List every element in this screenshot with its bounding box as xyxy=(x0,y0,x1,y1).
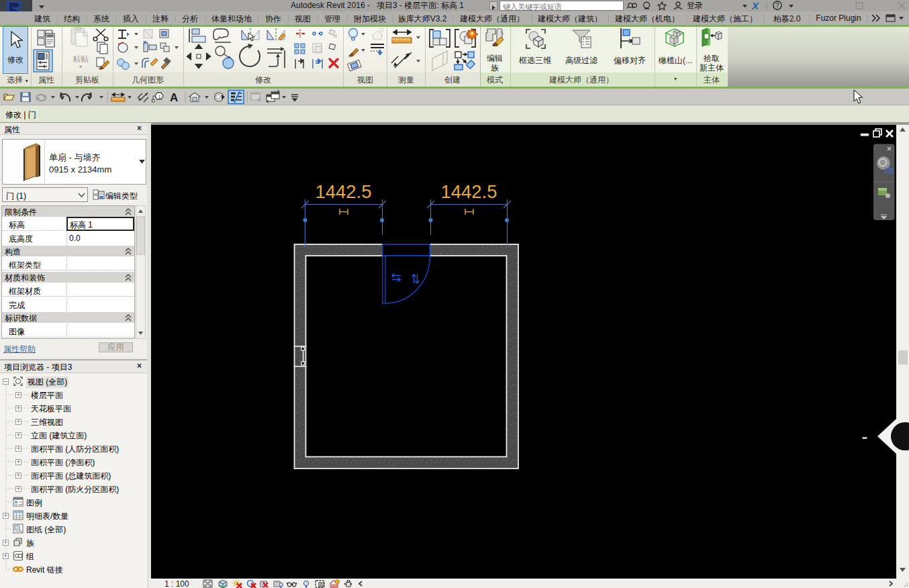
svg-text:登录: 登录 xyxy=(687,1,703,10)
svg-text:1 : 100: 1 : 100 xyxy=(164,579,189,588)
svg-text:1442.5: 1442.5 xyxy=(315,181,371,202)
svg-text:A: A xyxy=(170,91,178,104)
svg-text:1442.5: 1442.5 xyxy=(440,181,497,202)
svg-text:1: 1 xyxy=(158,94,162,100)
svg-text:2D: 2D xyxy=(885,167,894,175)
svg-text:?: ? xyxy=(775,2,779,9)
svg-text:X: X xyxy=(751,0,759,11)
